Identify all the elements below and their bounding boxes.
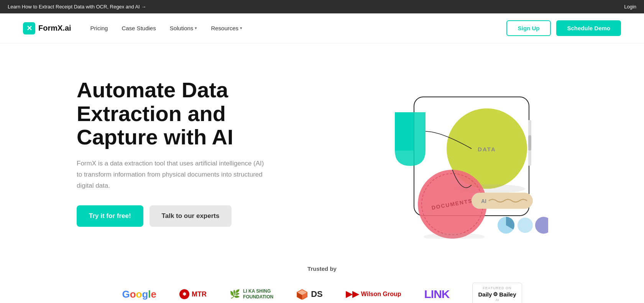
mtr-icon: ✱	[179, 289, 189, 299]
svg-rect-1	[395, 112, 414, 151]
resources-chevron: ▾	[240, 26, 242, 31]
nav-links: Pricing Case Studies Solutions ▾ Resourc…	[90, 25, 506, 31]
illustration-svg: DATA DOCUMENTS AI	[364, 66, 548, 239]
ds-text: DS	[311, 289, 323, 299]
svg-rect-9	[472, 193, 533, 209]
nav-case-studies[interactable]: Case Studies	[122, 25, 156, 31]
nav-resources[interactable]: Resources ▾	[211, 25, 242, 31]
hero-illustration: DATA DOCUMENTS AI	[291, 66, 621, 239]
logo-ds: DS	[296, 289, 323, 300]
db-gear-icon: ⚙	[493, 291, 498, 298]
svg-point-14	[518, 218, 533, 233]
lks-icon: 🌿	[230, 289, 240, 299]
login-link[interactable]: Login	[624, 4, 636, 10]
hero-buttons: Try it for free! Talk to our experts	[77, 205, 268, 227]
lks-text: LI KA SHINGFOUNDATION	[243, 288, 273, 300]
logo-google: Google	[122, 288, 156, 300]
logo-daily-bailey: FEATURED ON Daily ⚙ Bailey AI	[472, 283, 522, 303]
ds-cube-icon	[296, 289, 308, 300]
wilson-icon: ▶▶	[346, 289, 359, 299]
talk-experts-button[interactable]: Talk to our experts	[150, 205, 232, 227]
nav-actions: Sign Up Schedule Demo	[506, 20, 621, 36]
hero-section: Automate Data Extraction and Capture wit…	[0, 43, 644, 254]
demo-button[interactable]: Schedule Demo	[556, 20, 621, 36]
logo-link[interactable]: ✕ FormX.ai	[23, 22, 71, 34]
solutions-chevron: ▾	[195, 26, 197, 31]
top-banner: Learn How to Extract Receipt Data with O…	[0, 0, 644, 13]
logo-link: LINK	[424, 288, 449, 301]
svg-text:AI: AI	[481, 198, 486, 204]
trusted-logos: Google ✱ MTR 🌿 LI KA SHINGFOUNDATION DS …	[23, 283, 621, 303]
trusted-section: Trusted by Google ✱ MTR 🌿 LI KA SHINGFOU…	[0, 254, 644, 303]
svg-text:DATA: DATA	[478, 146, 496, 152]
nav-solutions[interactable]: Solutions ▾	[170, 25, 197, 31]
logo-icon: ✕	[23, 22, 35, 34]
logo-text: FormX.ai	[38, 24, 71, 33]
trusted-title: Trusted by	[23, 265, 621, 272]
nav-pricing[interactable]: Pricing	[90, 25, 108, 31]
svg-rect-12	[528, 135, 531, 151]
svg-point-15	[535, 217, 548, 234]
logo-mtr: ✱ MTR	[179, 289, 207, 299]
mtr-text: MTR	[192, 290, 207, 298]
banner-text[interactable]: Learn How to Extract Receipt Data with O…	[8, 4, 146, 10]
hero-title: Automate Data Extraction and Capture wit…	[77, 78, 268, 149]
hero-content: Automate Data Extraction and Capture wit…	[77, 78, 268, 226]
wilson-text: Wilson Group	[361, 291, 401, 298]
hero-description: FormX is a data extraction tool that use…	[77, 158, 268, 192]
signup-button[interactable]: Sign Up	[506, 20, 551, 36]
logo-wilson: ▶▶ Wilson Group	[346, 289, 401, 299]
daily-bailey-label: Daily ⚙ Bailey	[478, 291, 516, 298]
svg-point-7	[424, 233, 485, 239]
navbar: ✕ FormX.ai Pricing Case Studies Solution…	[0, 13, 644, 43]
try-free-button[interactable]: Try it for free!	[77, 205, 143, 227]
logo-lks: 🌿 LI KA SHINGFOUNDATION	[230, 288, 273, 300]
